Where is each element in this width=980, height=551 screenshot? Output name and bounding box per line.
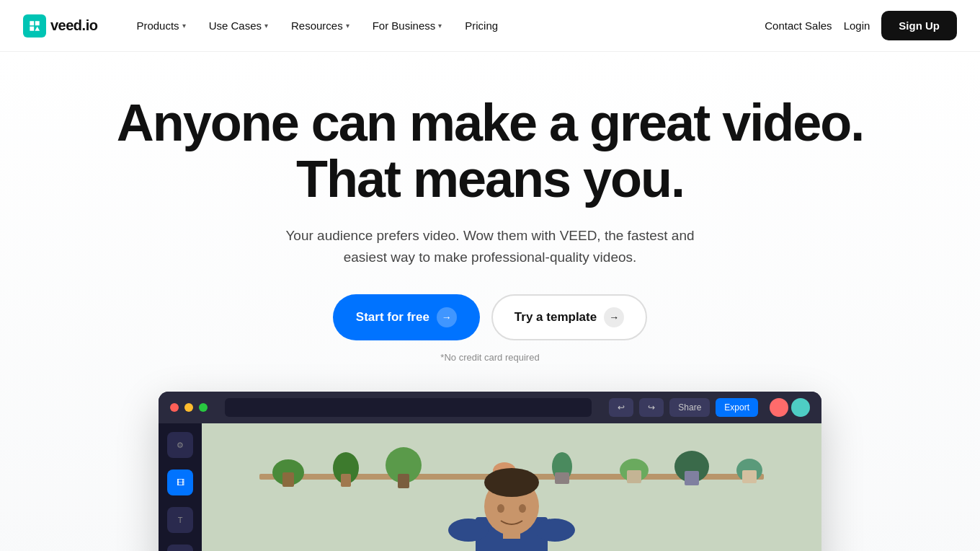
svg-rect-11 [555, 472, 569, 484]
browser-bar: ↩ ↪ Share Export [159, 392, 821, 423]
start-for-free-button[interactable]: Start for free → [333, 294, 480, 340]
sidebar-text-icon[interactable]: T [167, 507, 193, 533]
svg-rect-13 [627, 470, 641, 483]
contact-sales-link[interactable]: Contact Sales [765, 19, 832, 32]
svg-rect-5 [341, 474, 351, 487]
try-template-button[interactable]: Try a template → [491, 294, 647, 340]
svg-point-23 [535, 519, 575, 542]
logo-text: veed.io [50, 17, 97, 34]
nav-link-for-business[interactable]: For Business ▾ [362, 14, 453, 38]
use-cases-chevron-icon: ▾ [264, 22, 268, 30]
sidebar-media-icon[interactable]: 🎞 [167, 470, 193, 495]
nav-right: Contact Sales Login Sign Up [765, 11, 957, 40]
svg-rect-15 [685, 471, 699, 485]
browser-actions: ↩ ↪ Share Export [609, 398, 810, 417]
secondary-arrow-icon: → [604, 307, 624, 327]
logo[interactable]: veed.io [23, 14, 97, 38]
hero-section: Anyone can make a great video. That mean… [0, 52, 980, 551]
logo-svg [27, 19, 42, 33]
video-preview [202, 423, 821, 551]
share-button[interactable]: Share [669, 398, 710, 417]
signup-button[interactable]: Sign Up [881, 11, 957, 40]
hero-subtext: Your audience prefers video. Wow them wi… [267, 225, 713, 269]
editor-sidebar: ⚙ 🎞 T ≡ [159, 423, 202, 551]
nav-link-use-cases[interactable]: Use Cases ▾ [199, 14, 278, 38]
editor-main [202, 423, 821, 551]
redo-button[interactable]: ↪ [639, 398, 664, 417]
avatar-group [770, 398, 810, 417]
products-chevron-icon: ▾ [182, 22, 186, 30]
browser-url-bar [225, 398, 592, 417]
no-credit-text: *No credit card required [29, 352, 951, 363]
navbar: veed.io Products ▾ Use Cases ▾ Resources… [0, 0, 980, 52]
logo-icon [23, 14, 46, 38]
svg-rect-7 [398, 474, 409, 488]
nav-link-resources[interactable]: Resources ▾ [281, 14, 360, 38]
browser-dot-yellow [184, 403, 193, 412]
svg-point-24 [497, 504, 504, 513]
video-scene-svg [202, 423, 821, 551]
browser-dot-green [199, 403, 208, 412]
svg-rect-21 [503, 530, 520, 539]
svg-point-25 [519, 504, 526, 513]
nav-link-pricing[interactable]: Pricing [455, 14, 508, 38]
export-button[interactable]: Export [716, 398, 758, 417]
browser-dot-red [170, 403, 179, 412]
app-screenshot: ↩ ↪ Share Export ⚙ 🎞 T ≡ [29, 392, 951, 551]
for-business-chevron-icon: ▾ [438, 22, 442, 30]
nav-left: veed.io Products ▾ Use Cases ▾ Resources… [23, 14, 508, 38]
svg-point-22 [448, 519, 489, 542]
nav-link-products[interactable]: Products ▾ [126, 14, 195, 38]
browser-mockup: ↩ ↪ Share Export ⚙ 🎞 T ≡ [159, 392, 821, 551]
svg-rect-17 [742, 470, 757, 483]
editor-area: ⚙ 🎞 T ≡ [159, 423, 821, 551]
sidebar-subtitles-icon[interactable]: ≡ [167, 545, 193, 551]
avatar-2 [791, 398, 810, 417]
undo-button[interactable]: ↩ [609, 398, 633, 417]
primary-arrow-icon: → [437, 307, 457, 327]
svg-point-20 [484, 468, 539, 497]
resources-chevron-icon: ▾ [346, 22, 349, 30]
login-link[interactable]: Login [844, 19, 870, 32]
sidebar-settings-icon[interactable]: ⚙ [167, 432, 193, 458]
hero-cta: Start for free → Try a template → [29, 294, 951, 340]
hero-headline: Anyone can make a great video. That mean… [94, 95, 886, 208]
svg-rect-3 [282, 472, 294, 487]
avatar-1 [770, 398, 788, 417]
nav-links: Products ▾ Use Cases ▾ Resources ▾ For B… [126, 14, 508, 38]
